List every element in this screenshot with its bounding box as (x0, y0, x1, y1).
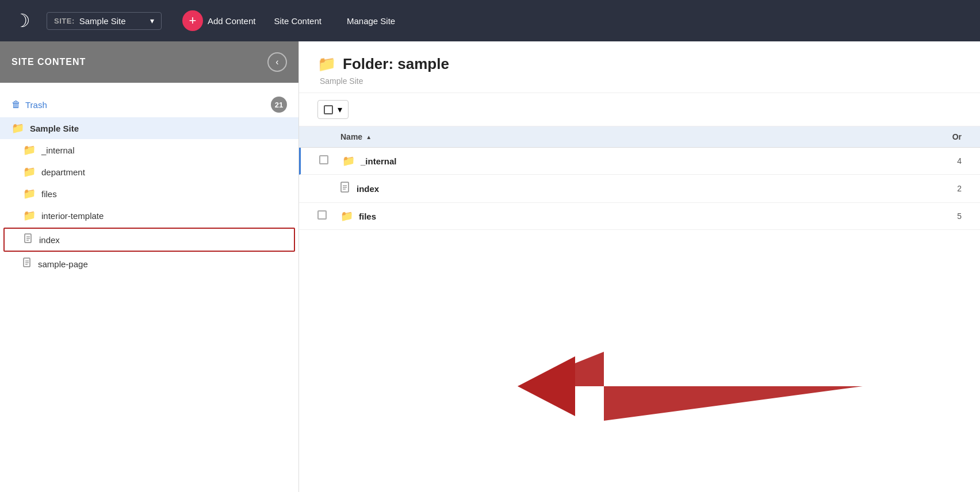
folder-icon: 📁 (12, 122, 24, 134)
col-order-header: Or (916, 132, 962, 141)
sidebar-header: SITE CONTENT ‹ (0, 41, 298, 83)
file-icon (23, 257, 32, 270)
row-order-files: 5 (916, 212, 962, 221)
folder-title-icon: 📁 (317, 55, 336, 73)
row-order-internal: 4 (916, 156, 962, 166)
col-name-header[interactable]: Name ▲ (340, 132, 916, 141)
table-row-internal[interactable]: 📁 _internal 4 (299, 148, 980, 175)
sort-arrow-icon: ▲ (366, 134, 372, 140)
tree-item-department[interactable]: 📁 department (0, 161, 298, 183)
content-header: 📁 Folder: sample Sample Site (299, 41, 980, 93)
folder-icon: 📁 (23, 187, 36, 200)
trash-row[interactable]: 🗑 Trash 21 (0, 92, 298, 117)
sidebar-content: 🗑 Trash 21 📁 Sample Site 📁 _internal 📁 d… (0, 83, 298, 284)
tree-item-files[interactable]: 📁 files (0, 183, 298, 205)
tree-item-index[interactable]: index (3, 228, 295, 252)
add-content-button[interactable]: + Add Content (182, 10, 255, 31)
tree-item-internal[interactable]: 📁 _internal (0, 139, 298, 161)
row-name-text-index: index (357, 184, 379, 194)
table-row-files[interactable]: 📁 files 5 (299, 203, 980, 230)
chevron-left-icon: ‹ (275, 57, 278, 67)
folder-title-text: Folder: sample (343, 55, 449, 73)
chevron-down-icon: ▾ (150, 16, 154, 25)
file-icon (24, 233, 33, 246)
logo-icon: ☽ (14, 10, 30, 32)
tree-label-department: department (41, 167, 85, 177)
folder-icon: 📁 (340, 210, 353, 222)
tree-item-interior-template[interactable]: 📁 interior-template (0, 205, 298, 226)
site-name-display: Sample Site (79, 16, 146, 26)
folder-title: 📁 Folder: sample (317, 55, 962, 73)
select-all-dropdown[interactable]: ▾ (317, 100, 349, 119)
tree-label-files: files (41, 189, 57, 199)
breadcrumb: Sample Site (317, 76, 962, 86)
row-name-text-internal: _internal (361, 156, 397, 166)
sidebar: SITE CONTENT ‹ 🗑 Trash 21 📁 Sample Site (0, 41, 299, 492)
checkbox-box-icon (319, 155, 328, 164)
tree-label-internal: _internal (41, 145, 75, 155)
table-header: Name ▲ Or (299, 126, 980, 148)
trash-label: Trash (25, 100, 47, 110)
main-layout: SITE CONTENT ‹ 🗑 Trash 21 📁 Sample Site (0, 41, 980, 492)
trash-icon: 🗑 (12, 99, 21, 110)
row-order-index: 2 (916, 184, 962, 193)
manage-site-nav-link[interactable]: Manage Site (340, 16, 402, 26)
table-row-index[interactable]: index 2 (299, 175, 980, 203)
tree-label-interior-template: interior-template (41, 211, 104, 221)
site-label: SITE: (54, 17, 75, 25)
collapse-sidebar-button[interactable]: ‹ (267, 52, 287, 72)
file-icon (340, 182, 351, 195)
tree-item-sample-page[interactable]: sample-page (0, 253, 298, 275)
checkbox-icon (324, 105, 333, 114)
trash-count-badge: 21 (271, 97, 287, 113)
tree-label-sample-page: sample-page (38, 259, 88, 269)
row-name-files: 📁 files (340, 210, 916, 222)
row-name-text-files: files (359, 212, 376, 221)
tree-label-index: index (39, 235, 60, 245)
folder-icon: 📁 (23, 209, 36, 222)
row-checkbox-files[interactable] (317, 210, 340, 222)
site-content-nav-link[interactable]: Site Content (267, 16, 328, 26)
folder-icon: 📁 (23, 144, 36, 156)
add-circle-icon: + (182, 10, 203, 31)
top-nav: ☽ SITE: Sample Site ▾ + Add Content Site… (0, 0, 980, 41)
trash-link[interactable]: 🗑 Trash (12, 99, 47, 110)
tree-label-sample-site: Sample Site (30, 124, 79, 133)
svg-marker-12 (518, 352, 863, 421)
dropdown-chevron-icon: ▾ (338, 104, 342, 115)
svg-marker-13 (518, 356, 575, 416)
tree-item-sample-site[interactable]: 📁 Sample Site (0, 117, 298, 139)
add-content-label: Add Content (208, 16, 255, 26)
sidebar-title: SITE CONTENT (12, 57, 86, 67)
content-area: 📁 Folder: sample Sample Site ▾ Name ▲ Or (299, 41, 980, 492)
folder-icon: 📁 (342, 155, 355, 167)
site-selector[interactable]: SITE: Sample Site ▾ (47, 12, 162, 30)
name-column-label: Name (340, 132, 362, 141)
row-checkbox-internal[interactable] (319, 155, 342, 167)
row-name-index: index (340, 182, 916, 195)
toolbar: ▾ (299, 93, 980, 126)
folder-icon: 📁 (23, 166, 36, 178)
checkbox-box-icon (317, 210, 327, 220)
row-name-internal: 📁 _internal (342, 155, 916, 167)
